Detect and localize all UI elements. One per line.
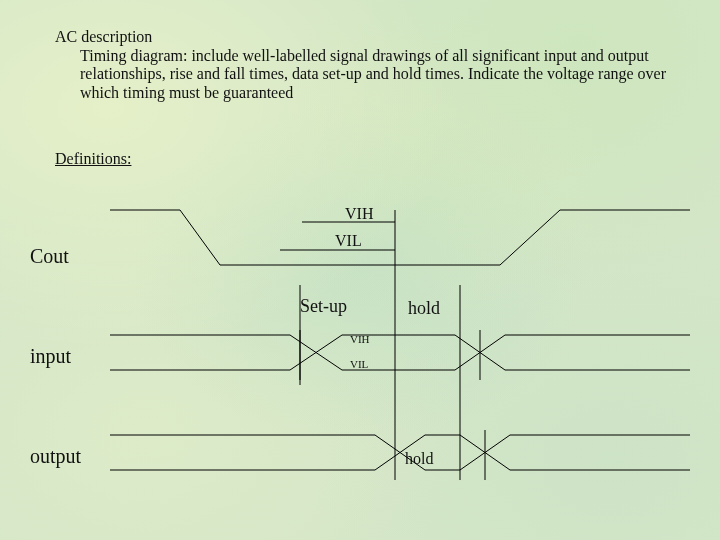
timing-diagram [0, 0, 720, 540]
cout-waveform [110, 210, 690, 265]
